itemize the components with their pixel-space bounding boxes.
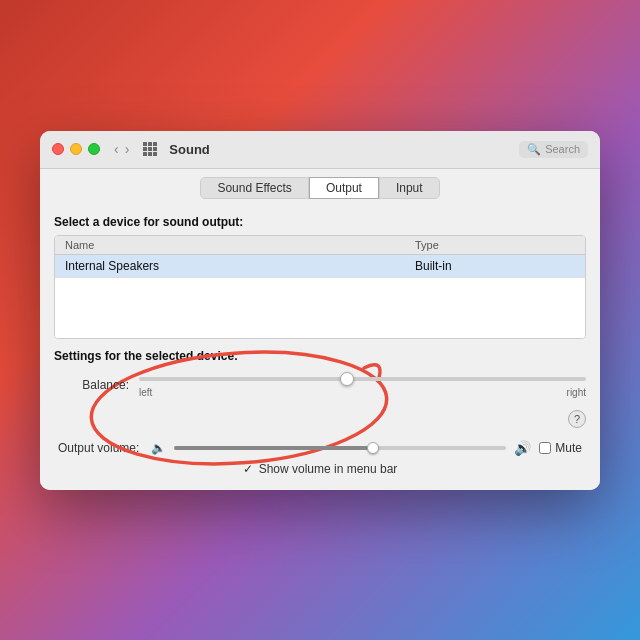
search-placeholder: Search (545, 143, 580, 155)
content-area: Select a device for sound output: Name T… (40, 205, 600, 490)
balance-area: Balance: left right ? (54, 373, 586, 428)
col-header-type: Type (415, 239, 575, 251)
balance-right-label: right (567, 387, 586, 398)
search-icon: 🔍 (527, 143, 541, 156)
balance-slider-thumb[interactable] (340, 372, 354, 386)
volume-low-icon: 🔈 (151, 441, 166, 455)
device-table: Name Type Internal Speakers Built-in (54, 235, 586, 339)
volume-label: Output volume: (58, 441, 143, 455)
balance-slider-labels: left right (139, 387, 586, 398)
grid-dot (143, 142, 147, 146)
balance-slider-track[interactable] (139, 377, 586, 381)
tab-sound-effects[interactable]: Sound Effects (200, 177, 309, 199)
volume-slider-track[interactable] (174, 446, 506, 450)
search-bar[interactable]: 🔍 Search (519, 141, 588, 158)
grid-dot (148, 142, 152, 146)
table-row[interactable]: Internal Speakers Built-in (55, 255, 585, 278)
close-button[interactable] (52, 143, 64, 155)
balance-left-label: left (139, 387, 152, 398)
balance-row: Balance: left right (74, 373, 586, 398)
menubar-label: Show volume in menu bar (259, 462, 398, 476)
table-empty-area (55, 278, 585, 338)
device-name: Internal Speakers (65, 259, 415, 273)
traffic-lights (52, 143, 100, 155)
grid-dot (148, 152, 152, 156)
grid-dot (153, 152, 157, 156)
nav-arrows: ‹ › (112, 141, 131, 157)
mute-label: Mute (555, 441, 582, 455)
maximize-button[interactable] (88, 143, 100, 155)
grid-icon[interactable] (143, 142, 157, 156)
mute-checkbox[interactable] (539, 442, 551, 454)
minimize-button[interactable] (70, 143, 82, 155)
mute-checkbox-container[interactable]: Mute (539, 441, 582, 455)
window-title: Sound (169, 142, 511, 157)
balance-slider-container: left right (139, 373, 586, 398)
table-header: Name Type (55, 236, 585, 255)
forward-button[interactable]: › (123, 141, 132, 157)
tab-output[interactable]: Output (309, 177, 379, 199)
tab-input[interactable]: Input (379, 177, 440, 199)
volume-slider-thumb[interactable] (367, 442, 379, 454)
grid-dot (143, 152, 147, 156)
grid-dot (143, 147, 147, 151)
settings-section: Settings for the selected device: Balanc… (54, 349, 586, 476)
settings-title: Settings for the selected device: (54, 349, 586, 363)
device-type: Built-in (415, 259, 575, 273)
help-button[interactable]: ? (568, 410, 586, 428)
tabs-container: Sound Effects Output Input (40, 169, 600, 205)
checkmark-icon: ✓ (243, 462, 253, 476)
back-button[interactable]: ‹ (112, 141, 121, 157)
titlebar: ‹ › Sound 🔍 Search (40, 131, 600, 169)
device-section-title: Select a device for sound output: (54, 215, 586, 229)
sound-preferences-window: ‹ › Sound 🔍 Search Sound Effects Output … (40, 131, 600, 490)
volume-fill (174, 446, 373, 450)
col-header-name: Name (65, 239, 415, 251)
grid-dot (153, 142, 157, 146)
balance-label: Balance: (74, 378, 129, 392)
menubar-row: ✓ Show volume in menu bar (54, 462, 586, 476)
volume-row: Output volume: 🔈 🔊 Mute (54, 440, 586, 456)
grid-dot (153, 147, 157, 151)
grid-dot (148, 147, 152, 151)
volume-high-icon: 🔊 (514, 440, 531, 456)
